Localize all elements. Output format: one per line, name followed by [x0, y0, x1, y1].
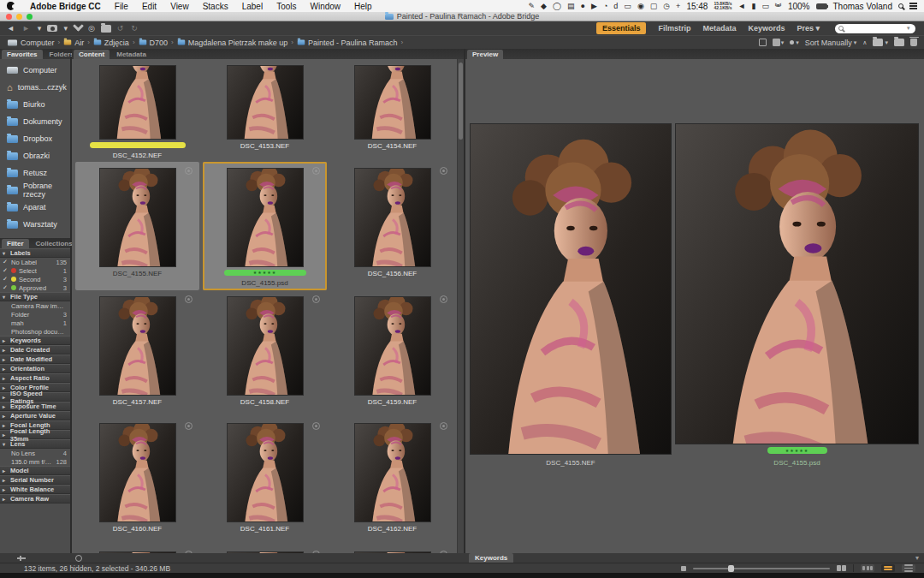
menu-tools[interactable]: Tools	[270, 2, 303, 11]
filter-group-orientation[interactable]: ▸Orientation	[0, 364, 70, 373]
output-folder-icon[interactable]	[101, 25, 111, 33]
filter-row-second[interactable]: ✓Second3	[0, 275, 70, 283]
sidebar-item-biurko[interactable]: Biurko	[0, 96, 70, 113]
thumbnail-partial[interactable]	[75, 545, 199, 553]
search-input[interactable]	[845, 25, 905, 33]
thumbnail-size-slider[interactable]	[693, 568, 830, 569]
thumbnail-image[interactable]	[228, 169, 303, 266]
thumbnail-quality-icon[interactable]	[759, 39, 767, 46]
menu-view[interactable]: View	[163, 2, 196, 11]
breadcrumb-item-d700[interactable]: D700	[139, 39, 169, 47]
filter-group-date-modified[interactable]: ▸Date Modified	[0, 355, 70, 364]
refine-boomerang-icon[interactable]	[74, 24, 82, 33]
filter-group-labels[interactable]: ▾Labels	[0, 248, 70, 258]
camera-app-icon[interactable]: ◉	[637, 2, 644, 10]
thumbnail-dsc-4159-nef[interactable]: DSC_4159.NEF	[330, 290, 454, 417]
filter-row-photoshop-document[interactable]: Photoshop document	[0, 327, 70, 336]
filter-row-camera-raw-image[interactable]: Camera Raw image	[0, 301, 70, 310]
thumbnail-dsc-4161-nef[interactable]: DSC_4161.NEF	[203, 417, 327, 545]
user-menu[interactable]: Thomas Voland	[833, 2, 893, 11]
thumbnail-dsc-4155-nef[interactable]: DSC_4155.NEF	[75, 162, 199, 290]
preview-image[interactable]	[471, 124, 671, 454]
nav-dropdown-icon[interactable]: ▾	[36, 23, 44, 33]
thumbnail-dsc-4160-nef[interactable]: DSC_4160.NEF	[75, 417, 199, 545]
sidebar-item-obrazki[interactable]: Obrazki	[0, 147, 70, 164]
globe-icon[interactable]: ◔	[603, 2, 607, 10]
thumbnail-dsc-4155-psd[interactable]: ★★★★★DSC_4155.psd	[203, 162, 327, 290]
thumbnail-image[interactable]	[228, 66, 303, 139]
new-folder-button[interactable]	[894, 39, 904, 46]
slider-handle[interactable]	[728, 565, 734, 572]
display-icon[interactable]: ▭	[761, 2, 769, 10]
breadcrumb-item-air[interactable]: Air	[63, 39, 84, 47]
open-in-camera-raw-icon[interactable]: ◎	[86, 23, 97, 33]
content-scrollbar[interactable]	[457, 59, 464, 553]
thumbnail-dsc-4154-nef[interactable]: DSC_4154.NEF	[330, 59, 454, 162]
forward-icon[interactable]: ►	[21, 23, 32, 33]
filter-row-folder[interactable]: Folder3	[0, 310, 70, 319]
thumbnail-dsc-4162-nef[interactable]: DSC_4162.NEF	[330, 417, 454, 545]
share-icon[interactable]: ▶	[591, 2, 597, 10]
clear-filter-icon[interactable]	[75, 555, 82, 562]
sidebar-item-aparat[interactable]: Aparat	[0, 199, 70, 216]
menu-window[interactable]: Window	[303, 2, 347, 11]
rating-filter-icon[interactable]	[790, 40, 794, 45]
thumbnail-image[interactable]	[100, 66, 175, 139]
battery-icon[interactable]	[816, 3, 827, 9]
frame-icon[interactable]: ▭	[624, 2, 631, 10]
filter-group-camera-raw[interactable]: ▸Camera Raw	[0, 494, 70, 504]
search-box[interactable]: ▾	[835, 24, 915, 33]
breadcrumb-item-zdj-cia[interactable]: Zdjęcia	[93, 39, 129, 47]
back-icon[interactable]: ◄	[5, 23, 16, 33]
workspace-tab-filmstrip[interactable]: Filmstrip	[658, 24, 690, 33]
workspace-tab-pres[interactable]: Pres ▾	[797, 24, 820, 33]
tab-favorites[interactable]: Favorites	[2, 50, 43, 59]
battery-vertical-icon[interactable]: ▮	[751, 2, 755, 10]
camera-import-dropdown-icon[interactable]: ▾	[62, 23, 69, 33]
quality-chevron-icon[interactable]: ▾	[781, 39, 785, 46]
camera-import-icon[interactable]	[47, 25, 57, 32]
plus-icon[interactable]: +	[676, 2, 680, 10]
filter-row-mah[interactable]: mah1	[0, 319, 70, 327]
tab-keywords-panel[interactable]: Keywords	[469, 553, 513, 563]
filter-row-no-lens[interactable]: No Lens4	[0, 449, 70, 457]
breadcrumb-item-computer[interactable]: Computer	[7, 39, 55, 47]
display-mirror-icon[interactable]: ▢	[650, 2, 658, 10]
thumbnail-partial[interactable]	[330, 545, 454, 553]
thumbnail-dsc-4157-nef[interactable]: DSC_4157.NEF	[75, 290, 199, 417]
sidebar-item-pobrane-rzeczy[interactable]: Pobrane rzeczy	[0, 182, 70, 199]
filter-group-serial-number[interactable]: ▸Serial Number	[0, 475, 70, 485]
spotlight-search-icon[interactable]	[898, 3, 903, 9]
filter-group-file-type[interactable]: ▾File Type	[0, 292, 70, 301]
grid-view-button[interactable]	[861, 564, 874, 572]
filter-row-select[interactable]: ✓Select1	[0, 266, 70, 275]
filter-group-iso-speed-ratings[interactable]: ▸ISO Speed Ratings	[0, 392, 70, 402]
sidebar-item-computer[interactable]: Computer	[0, 62, 70, 79]
smaller-thumbnails-icon[interactable]	[681, 566, 686, 571]
workspace-tab-essentials[interactable]: Essentials	[596, 22, 647, 34]
thumbnail-image[interactable]	[355, 297, 430, 395]
thumbnail-dsc-4156-nef[interactable]: DSC_4156.NEF	[330, 162, 454, 290]
rotate-left-icon[interactable]: ↺	[116, 23, 126, 33]
filter-group-aperture-value[interactable]: ▸Aperture Value	[0, 411, 70, 420]
filter-row-135-0-mm-f-2-0[interactable]: 135.0 mm f/2.0128	[0, 457, 70, 466]
filter-row-approved[interactable]: ✓Approved3	[0, 283, 70, 292]
preview-figure-dsc-4155-nef[interactable]: DSC_4155.NEF	[471, 124, 671, 467]
thumbnail-image[interactable]	[100, 169, 175, 266]
workspace-tab-keywords[interactable]: Keywords	[748, 24, 785, 33]
breadcrumb-item-painted-paulina-ramach[interactable]: Painted - Paulina Ramach	[297, 39, 398, 47]
menu-help[interactable]: Help	[347, 2, 379, 11]
thumbnail-dsc-4152-nef[interactable]: DSC_4152.NEF	[75, 59, 199, 162]
thumbnail-dsc-4158-nef[interactable]: DSC_4158.NEF	[203, 290, 327, 417]
clock-text[interactable]: 15:48	[686, 2, 708, 11]
thumbnail-image[interactable]	[228, 297, 303, 395]
rotate-right-icon[interactable]: ↻	[129, 23, 139, 33]
sidebar-item-warsztaty[interactable]: Warsztaty	[0, 216, 70, 233]
search-scope-chevron-icon[interactable]: ▾	[907, 25, 910, 32]
thumbnail-quality-hq-icon[interactable]	[773, 39, 780, 46]
shield-icon[interactable]: ◆	[541, 2, 547, 10]
menu-stacks[interactable]: Stacks	[196, 2, 235, 11]
filter-row-no-label[interactable]: ✓No Label135	[0, 258, 70, 266]
thumbnail-image[interactable]	[355, 66, 430, 139]
filter-group-focal-length-35mm[interactable]: ▸Focal Length 35mm	[0, 430, 70, 439]
